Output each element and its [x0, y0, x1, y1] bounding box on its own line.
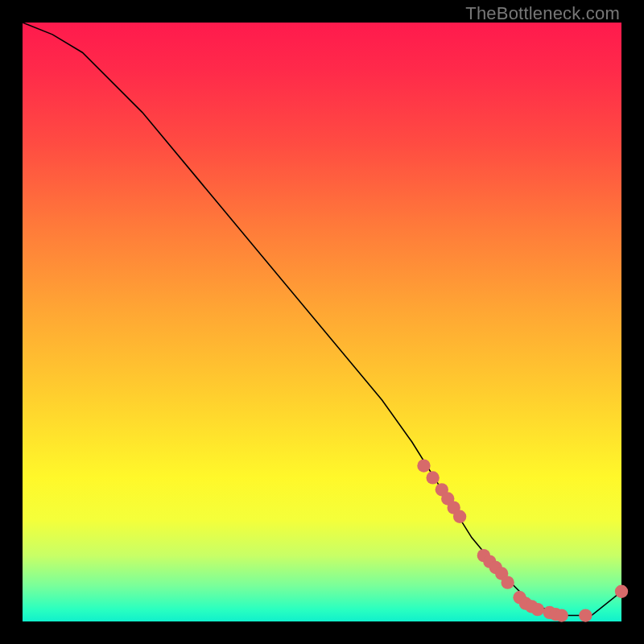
- plot-area: [23, 23, 621, 621]
- data-marker: [453, 510, 466, 523]
- data-marker: [615, 585, 628, 598]
- data-marker: [555, 609, 568, 621]
- watermark-text: TheBottleneck.com: [465, 3, 620, 24]
- data-marker: [531, 603, 544, 616]
- data-marker: [501, 576, 514, 588]
- chart-container: TheBottleneck.com: [0, 0, 644, 644]
- bottleneck-curve: [23, 23, 621, 616]
- data-marker: [426, 471, 439, 484]
- data-marker: [417, 459, 430, 472]
- data-marker: [579, 609, 592, 621]
- curve-svg: [23, 23, 621, 621]
- marker-group: [417, 459, 628, 621]
